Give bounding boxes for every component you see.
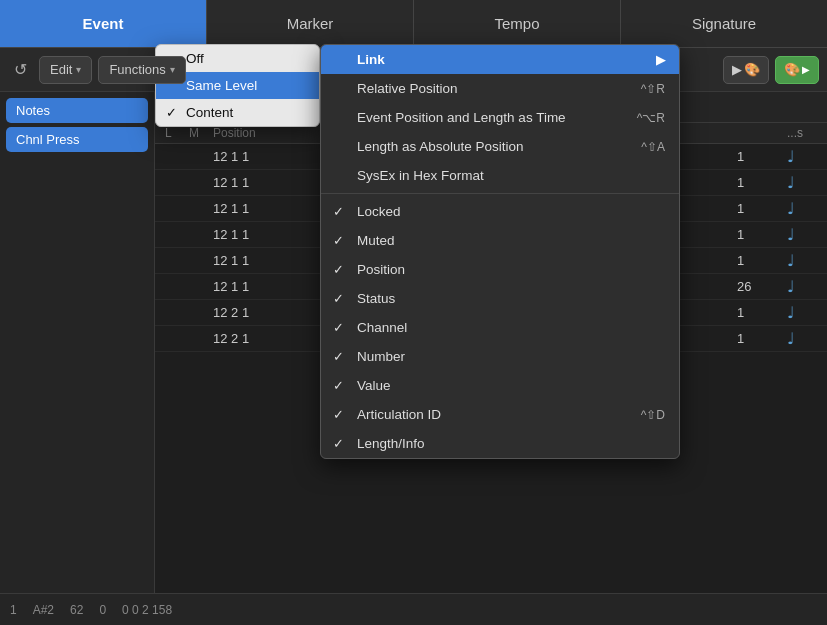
note-icon: ♩ xyxy=(787,147,817,166)
view-item-value[interactable]: ✓ Value xyxy=(321,371,679,400)
view-dropdown: Link ▶ Relative Position ^⇧R Event Posit… xyxy=(320,44,680,459)
fn-item-content[interactable]: ✓ Content xyxy=(156,99,319,126)
note-icon: ♩ xyxy=(787,251,817,270)
view-item-position-label: Position xyxy=(357,262,405,277)
chnl-press-button[interactable]: Chnl Press xyxy=(6,127,148,152)
view-item-locked-check-icon: ✓ xyxy=(333,204,344,219)
view-item-number[interactable]: ✓ Number xyxy=(321,342,679,371)
status-bar: 1 A#2 62 0 0 0 2 158 xyxy=(0,593,827,625)
view-item-channel-label: Channel xyxy=(357,320,407,335)
col-header-l: L xyxy=(165,126,189,140)
back-button[interactable]: ↺ xyxy=(8,56,33,83)
note-icon: ♩ xyxy=(787,303,817,322)
tab-marker[interactable]: Marker xyxy=(207,0,414,47)
view-item-length-absolute[interactable]: Length as Absolute Position ^⇧A xyxy=(321,132,679,161)
view-item-event-position-shortcut: ^⌥R xyxy=(637,111,665,125)
palette-active-icon: 🎨 xyxy=(784,62,800,77)
col-header-num xyxy=(737,126,787,140)
note-icon: ♩ xyxy=(787,329,817,348)
col-header-info: ...s xyxy=(787,126,817,140)
view-item-articulation-id-label: Articulation ID xyxy=(357,407,441,422)
col-header-m: M xyxy=(189,126,213,140)
view-item-channel-check-icon: ✓ xyxy=(333,320,344,335)
view-item-length-absolute-label: Length as Absolute Position xyxy=(357,139,524,154)
view-item-status[interactable]: ✓ Status xyxy=(321,284,679,313)
view-item-number-label: Number xyxy=(357,349,405,364)
tab-signature[interactable]: Signature xyxy=(621,0,827,47)
view-item-sysex[interactable]: SysEx in Hex Format xyxy=(321,161,679,190)
edit-chevron-icon: ▾ xyxy=(76,64,81,75)
view-item-position-check-icon: ✓ xyxy=(333,262,344,277)
view-item-link[interactable]: Link ▶ xyxy=(321,45,679,74)
status-val3: 62 xyxy=(70,603,83,617)
view-item-length-info[interactable]: ✓ Length/Info xyxy=(321,429,679,458)
view-item-locked-label: Locked xyxy=(357,204,401,219)
palette-active-arrow: ▶ xyxy=(802,64,810,75)
view-item-muted-label: Muted xyxy=(357,233,395,248)
functions-button[interactable]: Functions ▾ xyxy=(98,56,185,84)
status-val4: 0 xyxy=(99,603,106,617)
fn-item-content-label: Content xyxy=(186,105,233,120)
fn-item-off-label: Off xyxy=(186,51,204,66)
tab-tempo[interactable]: Tempo xyxy=(414,0,621,47)
view-item-value-label: Value xyxy=(357,378,391,393)
view-item-muted[interactable]: ✓ Muted xyxy=(321,226,679,255)
view-item-event-position[interactable]: Event Position and Length as Time ^⌥R xyxy=(321,103,679,132)
view-item-relative-position-shortcut: ^⇧R xyxy=(641,82,665,96)
view-item-event-position-label: Event Position and Length as Time xyxy=(357,110,566,125)
view-item-relative-position-label: Relative Position xyxy=(357,81,458,96)
tab-event[interactable]: Event xyxy=(0,0,207,47)
note-icon: ♩ xyxy=(787,277,817,296)
palette-arrow-icon: ▶ xyxy=(732,62,742,77)
view-item-muted-check-icon: ✓ xyxy=(333,233,344,248)
fn-item-same-level-label: Same Level xyxy=(186,78,257,93)
view-item-articulation-id-shortcut: ^⇧D xyxy=(641,408,665,422)
functions-chevron-icon: ▾ xyxy=(170,64,175,75)
view-item-status-check-icon: ✓ xyxy=(333,291,344,306)
view-item-channel[interactable]: ✓ Channel xyxy=(321,313,679,342)
notes-button[interactable]: Notes xyxy=(6,98,148,123)
view-item-relative-position[interactable]: Relative Position ^⇧R xyxy=(321,74,679,103)
palette-active-button[interactable]: 🎨 ▶ xyxy=(775,56,819,84)
edit-button[interactable]: Edit ▾ xyxy=(39,56,92,84)
view-item-locked[interactable]: ✓ Locked xyxy=(321,197,679,226)
top-tabs: Event Marker Tempo Signature xyxy=(0,0,827,48)
view-item-articulation-id[interactable]: ✓ Articulation ID ^⇧D xyxy=(321,400,679,429)
view-item-link-label: Link xyxy=(357,52,385,67)
view-item-articulation-id-check-icon: ✓ xyxy=(333,407,344,422)
note-icon: ♩ xyxy=(787,225,817,244)
status-val1: 1 xyxy=(10,603,17,617)
fn-item-content-check-icon: ✓ xyxy=(166,105,177,120)
left-sidebar: Notes Chnl Press xyxy=(0,92,155,593)
view-item-value-check-icon: ✓ xyxy=(333,378,344,393)
note-icon: ♩ xyxy=(787,199,817,218)
view-item-link-arrow-icon: ▶ xyxy=(656,53,665,67)
view-item-length-absolute-shortcut: ^⇧A xyxy=(641,140,665,154)
view-item-number-check-icon: ✓ xyxy=(333,349,344,364)
view-item-position[interactable]: ✓ Position xyxy=(321,255,679,284)
status-val2: A#2 xyxy=(33,603,54,617)
palette-color-icon: 🎨 xyxy=(744,62,760,77)
view-item-length-info-check-icon: ✓ xyxy=(333,436,344,451)
note-icon: ♩ xyxy=(787,173,817,192)
view-item-length-info-label: Length/Info xyxy=(357,436,425,451)
view-divider xyxy=(321,193,679,194)
view-item-sysex-label: SysEx in Hex Format xyxy=(357,168,484,183)
view-item-status-label: Status xyxy=(357,291,395,306)
status-val5: 0 0 2 158 xyxy=(122,603,172,617)
palette-arrow-button[interactable]: ▶ 🎨 xyxy=(723,56,769,84)
